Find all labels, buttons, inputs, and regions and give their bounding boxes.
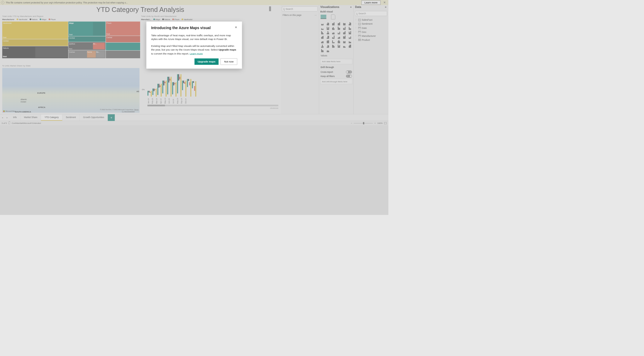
dialog-paragraph-1: Take advantage of heat maps, real-time t… bbox=[151, 34, 237, 41]
dialog-close-icon[interactable]: ✕ bbox=[235, 26, 237, 29]
dialog-learn-more-link[interactable]: Learn more bbox=[190, 52, 203, 55]
not-now-button[interactable]: Not now bbox=[220, 58, 237, 65]
upgrade-maps-button[interactable]: Upgrade maps bbox=[195, 58, 219, 65]
azure-maps-dialog: Introducing the Azure Maps visual ✕ Take… bbox=[146, 21, 242, 69]
dialog-title: Introducing the Azure Maps visual bbox=[151, 26, 211, 30]
dialog-paragraph-2: Existing Map and Filled Map visuals will… bbox=[151, 44, 237, 55]
modal-overlay: Introducing the Azure Maps visual ✕ Take… bbox=[0, 0, 388, 215]
